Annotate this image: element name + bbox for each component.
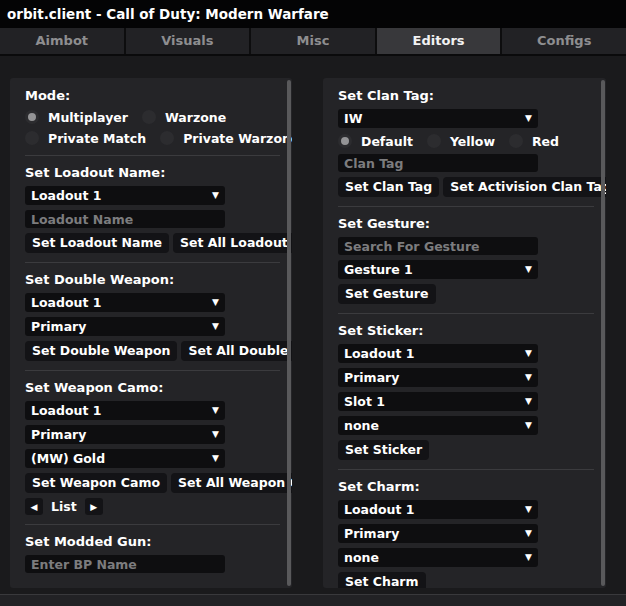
chevron-down-icon: ▼	[525, 505, 532, 514]
set-gesture-button[interactable]: Set Gesture	[338, 284, 436, 304]
chevron-down-icon: ▼	[212, 406, 219, 415]
set-charm-button[interactable]: Set Charm	[338, 572, 426, 588]
chevron-down-icon: ▼	[525, 397, 532, 406]
tab-aimbot[interactable]: Aimbot	[0, 28, 126, 54]
mode-radio-row-1: Multiplayer Warzone	[25, 109, 292, 125]
loadout-name-loadout-select[interactable]: Loadout 1 ▼	[25, 186, 225, 205]
set-loadout-name-button[interactable]: Set Loadout Name	[25, 233, 169, 253]
set-clan-tag-button[interactable]: Set Clan Tag	[338, 177, 439, 197]
divider	[25, 262, 280, 263]
radio-multiplayer-label[interactable]: Multiplayer	[48, 110, 128, 125]
chevron-down-icon: ▼	[212, 322, 219, 331]
charm-weapon-slot-select[interactable]: Primary ▼	[338, 524, 538, 543]
radio-clan-color-red-label[interactable]: Red	[532, 134, 559, 149]
sticker-buttons: Set Sticker	[338, 440, 606, 460]
editors-page: Mode: Multiplayer Warzone Private Match …	[0, 56, 626, 606]
modded-gun-bp-name-input[interactable]	[25, 555, 225, 573]
weapon-camo-slot-select[interactable]: Primary ▼	[25, 425, 225, 444]
window-title: orbit.client - Call of Duty: Modern Warf…	[0, 0, 626, 28]
left-panel: Mode: Multiplayer Warzone Private Match …	[10, 78, 292, 588]
charm-select[interactable]: none ▼	[338, 548, 538, 567]
clan-tag-label: Set Clan Tag:	[338, 88, 606, 103]
clan-tag-color-row: Default Yellow Red	[338, 133, 606, 149]
tab-bar: Aimbot Visuals Misc Editors Configs	[0, 28, 626, 56]
chevron-down-icon: ▼	[525, 553, 532, 562]
set-weapon-camo-button[interactable]: Set Weapon Camo	[25, 473, 167, 493]
chevron-down-icon: ▼	[212, 191, 219, 200]
set-double-weapon-button[interactable]: Set Double Weapon	[25, 341, 177, 361]
charm-loadout-select[interactable]: Loadout 1 ▼	[338, 500, 538, 519]
gesture-label: Set Gesture:	[338, 216, 606, 231]
chevron-down-icon: ▼	[525, 529, 532, 538]
radio-clan-color-default-label[interactable]: Default	[361, 134, 413, 149]
gesture-select[interactable]: Gesture 1 ▼	[338, 260, 538, 279]
chevron-down-icon: ▼	[525, 349, 532, 358]
divider	[338, 469, 594, 470]
radio-clan-color-default[interactable]	[338, 134, 352, 148]
double-weapon-buttons: Set Double Weapon Set All Double Weapons	[25, 341, 292, 361]
tab-misc[interactable]: Misc	[251, 28, 377, 54]
chevron-down-icon: ▼	[525, 373, 532, 382]
weapon-camo-camo-select[interactable]: (MW) Gold ▼	[25, 449, 225, 468]
loadout-name-label: Set Loadout Name:	[25, 165, 292, 180]
sticker-select[interactable]: none ▼	[338, 416, 538, 435]
gesture-search-input[interactable]	[338, 237, 538, 255]
clan-tag-buttons: Set Clan Tag Set Activision Clan Tag	[338, 177, 606, 197]
clan-tag-select[interactable]: IW ▼	[338, 109, 538, 128]
chevron-down-icon: ▼	[212, 298, 219, 307]
weapon-camo-loadout-select[interactable]: Loadout 1 ▼	[25, 401, 225, 420]
chevron-down-icon: ▼	[212, 454, 219, 463]
divider	[338, 206, 594, 207]
set-sticker-button[interactable]: Set Sticker	[338, 440, 429, 460]
arrow-right-icon: ▶	[90, 502, 97, 512]
divider	[25, 155, 280, 156]
gesture-buttons: Set Gesture	[338, 284, 606, 304]
tab-editors[interactable]: Editors	[377, 28, 503, 54]
radio-clan-color-red[interactable]	[509, 134, 523, 148]
sticker-weapon-slot-select[interactable]: Primary ▼	[338, 368, 538, 387]
radio-clan-color-yellow-label[interactable]: Yellow	[450, 134, 495, 149]
camo-list-pager: ◀ List ▶	[25, 498, 292, 515]
double-weapon-slot-select[interactable]: Primary ▼	[25, 317, 225, 336]
radio-warzone-label[interactable]: Warzone	[165, 110, 226, 125]
modded-gun-label: Set Modded Gun:	[25, 534, 292, 549]
tab-visuals[interactable]: Visuals	[126, 28, 252, 54]
right-panel-scrollbar[interactable]	[601, 80, 605, 586]
set-all-weapon-camos-button[interactable]: Set All Weapon Camos	[171, 473, 292, 493]
weapon-camo-buttons: Set Weapon Camo Set All Weapon Camos	[25, 473, 292, 493]
list-next-button[interactable]: ▶	[85, 498, 103, 515]
radio-private-match[interactable]	[25, 131, 39, 145]
clan-tag-input[interactable]	[338, 154, 538, 172]
radio-private-match-label[interactable]: Private Match	[48, 131, 146, 146]
weapon-camo-label: Set Weapon Camo:	[25, 380, 292, 395]
loadout-name-input[interactable]	[25, 210, 225, 228]
footer-bar	[0, 594, 626, 606]
sticker-loadout-select[interactable]: Loadout 1 ▼	[338, 344, 538, 363]
chevron-down-icon: ▼	[525, 421, 532, 430]
set-all-loadout-names-button[interactable]: Set All Loadout Names	[173, 233, 292, 253]
charm-buttons: Set Charm	[338, 572, 606, 588]
right-panel: Set Clan Tag: IW ▼ Default Yellow Red Se…	[323, 78, 606, 588]
set-all-double-weapons-button[interactable]: Set All Double Weapons	[181, 341, 292, 361]
divider	[338, 313, 594, 314]
mode-radio-row-2: Private Match Private Warzone	[25, 130, 292, 146]
list-label: List	[51, 499, 77, 514]
divider	[25, 370, 280, 371]
sticker-slot-select[interactable]: Slot 1 ▼	[338, 392, 538, 411]
list-prev-button[interactable]: ◀	[25, 498, 43, 515]
mode-label: Mode:	[25, 88, 292, 103]
radio-multiplayer[interactable]	[25, 110, 39, 124]
sticker-label: Set Sticker:	[338, 323, 606, 338]
loadout-name-buttons: Set Loadout Name Set All Loadout Names	[25, 233, 292, 253]
double-weapon-loadout-select[interactable]: Loadout 1 ▼	[25, 293, 225, 312]
chevron-down-icon: ▼	[525, 114, 532, 123]
radio-private-warzone[interactable]	[160, 131, 174, 145]
set-activision-clan-tag-button[interactable]: Set Activision Clan Tag	[443, 177, 606, 197]
radio-clan-color-yellow[interactable]	[427, 134, 441, 148]
charm-label: Set Charm:	[338, 479, 606, 494]
chevron-down-icon: ▼	[525, 265, 532, 274]
radio-warzone[interactable]	[142, 110, 156, 124]
tab-configs[interactable]: Configs	[502, 28, 626, 54]
radio-private-warzone-label[interactable]: Private Warzone	[183, 131, 292, 146]
left-panel-scrollbar[interactable]	[287, 80, 291, 586]
